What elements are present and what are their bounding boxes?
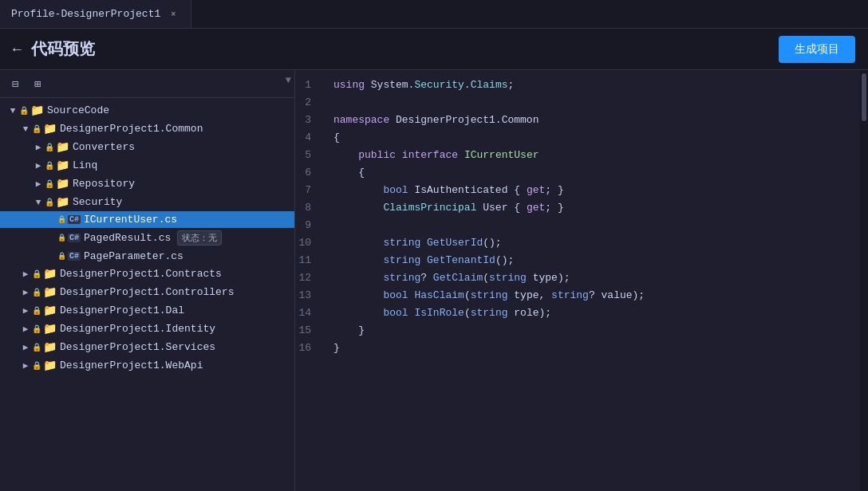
line-number: 7: [295, 182, 321, 199]
folder-icon: 📁: [56, 159, 69, 172]
page-title: 代码预览: [31, 38, 95, 60]
line-number: 5: [295, 147, 321, 164]
sidebar-toolbar: ⊟ ⊞ ▼: [0, 70, 294, 98]
code-line: }: [333, 322, 854, 340]
lock-icon: 🔒: [32, 324, 41, 334]
lock-icon: 🔒: [32, 343, 41, 352]
folder-icon: 📁: [43, 304, 57, 317]
expand-icon: ▶: [19, 269, 32, 279]
scrollbar-thumb: [862, 73, 866, 121]
tab-close-button[interactable]: ×: [167, 8, 180, 21]
code-line: string GetTenantId();: [333, 252, 854, 269]
file-lock-icon: 🔒: [57, 215, 66, 224]
line-number: 14: [295, 304, 321, 322]
cs-file-icon: C#: [68, 252, 81, 261]
line-numbers: 12345678910111213141516: [295, 70, 327, 491]
tree-item-designerProject1Identity[interactable]: ▶🔒📁DesignerProject1.Identity: [0, 320, 294, 338]
line-number: 2: [295, 94, 321, 112]
tree-item-iCurrentUser[interactable]: 🔒C#ICurrentUser.cs: [0, 211, 294, 228]
code-line: using System.Security.Claims;: [333, 77, 854, 94]
tree-item-label: PagedResult.cs: [84, 232, 171, 244]
cs-file-icon: C#: [68, 215, 81, 224]
header-left: ← 代码预览: [13, 38, 95, 60]
line-number: 4: [295, 129, 321, 147]
tree-item-label: SourceCode: [47, 104, 109, 116]
generate-button[interactable]: 生成项目: [779, 36, 855, 63]
cs-file-icon: C#: [68, 234, 81, 242]
tree-item-label: DesignerProject1.Services: [60, 341, 215, 353]
lock-icon: 🔒: [32, 269, 41, 279]
folder-icon: 📁: [30, 104, 44, 117]
tree-item-designerProject1Dal[interactable]: ▶🔒📁DesignerProject1.Dal: [0, 301, 294, 320]
tree-item-label: ICurrentUser.cs: [84, 214, 177, 226]
line-number: 1: [295, 77, 321, 94]
lock-icon: 🔒: [32, 306, 41, 316]
code-line: string? GetClaim(string type);: [333, 269, 854, 287]
lock-icon: 🔒: [32, 288, 41, 297]
tree-item-label: DesignerProject1.Identity: [60, 323, 215, 335]
expand-icon: ▶: [19, 342, 32, 352]
code-line: namespace DesignerProject1.Common: [333, 112, 854, 129]
tree-item-designerProject1Common[interactable]: ▼🔒📁DesignerProject1.Common: [0, 120, 294, 138]
tree-item-designerProject1Controllers[interactable]: ▶🔒📁DesignerProject1.Controllers: [0, 283, 294, 301]
folder-icon: 📁: [43, 340, 57, 354]
line-number: 3: [295, 112, 321, 129]
folder-icon: 📁: [56, 177, 69, 191]
line-number: 6: [295, 164, 321, 182]
expand-icon: ▶: [32, 160, 45, 171]
line-number: 12: [295, 269, 321, 287]
status-badge: 状态：无: [177, 230, 222, 246]
expand-all-button[interactable]: ⊞: [29, 75, 46, 92]
tree-item-pageParameter[interactable]: 🔒C#PageParameter.cs: [0, 248, 294, 265]
code-line: bool IsInRole(string role);: [333, 304, 854, 322]
folder-icon: 📁: [43, 122, 57, 136]
collapse-all-button[interactable]: ⊟: [6, 75, 24, 92]
code-line: [333, 94, 854, 112]
lock-icon: 🔒: [45, 179, 54, 189]
code-line: [333, 217, 854, 234]
tab-label: Profile-DesignerProject1: [11, 8, 160, 20]
tab[interactable]: Profile-DesignerProject1 ×: [0, 0, 191, 28]
expand-icon: ▶: [19, 324, 32, 334]
code-line: }: [333, 340, 854, 357]
editor-scrollbar[interactable]: [860, 70, 868, 491]
code-line: public interface ICurrentUser: [333, 147, 854, 164]
header-bar: ← 代码预览 生成项目: [0, 29, 868, 70]
line-number: 15: [295, 322, 321, 340]
tree-item-label: DesignerProject1.Contracts: [60, 268, 222, 280]
code-line: {: [333, 129, 854, 147]
lock-icon: 🔒: [45, 161, 54, 171]
tree-item-pagedResult[interactable]: 🔒C#PagedResult.cs状态：无: [0, 228, 294, 248]
tree-item-repository[interactable]: ▶🔒📁Repository: [0, 175, 294, 193]
tree-item-label: Linq: [73, 159, 97, 171]
back-button[interactable]: ←: [13, 41, 22, 57]
scroll-indicator: ▼: [286, 75, 291, 86]
line-number: 16: [295, 340, 321, 357]
folder-icon: 📁: [56, 195, 69, 209]
folder-icon: 📁: [56, 140, 69, 154]
expand-icon: ▼: [32, 198, 45, 207]
tree-item-sourceCode[interactable]: ▼🔒📁SourceCode: [0, 101, 294, 120]
tree-item-security[interactable]: ▼🔒📁Security: [0, 193, 294, 211]
expand-icon: ▶: [19, 305, 32, 316]
code-scroll[interactable]: 12345678910111213141516 using System.Sec…: [295, 70, 868, 491]
tree-item-label: DesignerProject1.Controllers: [60, 286, 234, 298]
code-line: bool IsAuthenticated { get; }: [333, 182, 854, 199]
tree-item-linq[interactable]: ▶🔒📁Linq: [0, 156, 294, 175]
tree-item-label: DesignerProject1.Common: [60, 123, 203, 135]
tree-item-label: Repository: [73, 178, 135, 190]
tree-item-designerProject1WebApi[interactable]: ▶🔒📁DesignerProject1.WebApi: [0, 356, 294, 375]
line-number: 9: [295, 217, 321, 234]
tree-area: ▼🔒📁SourceCode▼🔒📁DesignerProject1.Common▶…: [0, 98, 294, 491]
tree-item-label: PageParameter.cs: [84, 250, 183, 262]
lock-icon: 🔒: [45, 198, 54, 207]
line-number: 13: [295, 287, 321, 304]
main-content: ⊟ ⊞ ▼ ▼🔒📁SourceCode▼🔒📁DesignerProject1.C…: [0, 70, 868, 491]
tree-item-designerProject1Services[interactable]: ▶🔒📁DesignerProject1.Services: [0, 338, 294, 356]
lock-icon: 🔒: [45, 143, 54, 152]
expand-icon: ▼: [19, 124, 32, 134]
tree-item-converters[interactable]: ▶🔒📁Converters: [0, 138, 294, 156]
line-number: 11: [295, 252, 321, 269]
tree-item-designerProject1Contracts[interactable]: ▶🔒📁DesignerProject1.Contracts: [0, 265, 294, 283]
folder-icon: 📁: [43, 322, 57, 336]
